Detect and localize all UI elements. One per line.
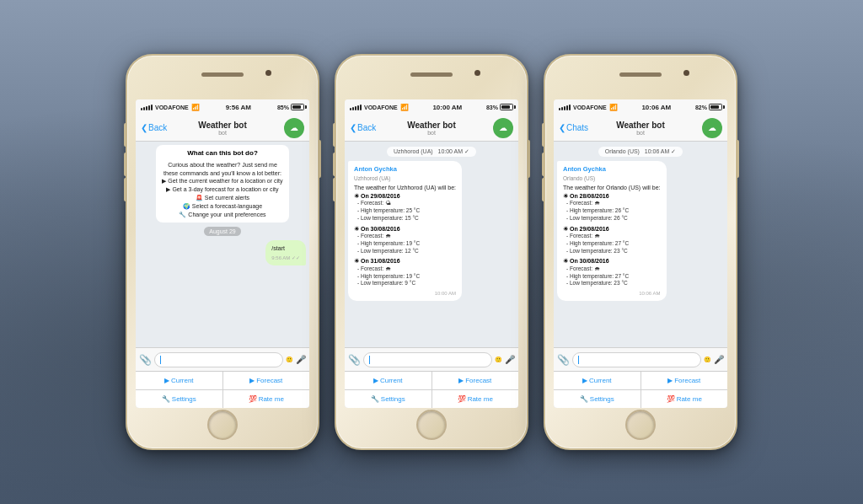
text-cursor-3	[578, 356, 579, 364]
phone-1-time: 9:56 AM	[226, 104, 251, 111]
day2-orlando: ☀ On 29/08/2016 - Forecast: 🌧 - High tem…	[563, 225, 661, 255]
phone-1-avatar[interactable]: ☁	[284, 118, 304, 138]
current-button-2[interactable]: ▶ Current	[345, 372, 432, 389]
phone-2-avatar[interactable]: ☁	[493, 118, 513, 138]
day1-orlando: ☀ On 28/08/2016 - Forecast: 🌧 - High tem…	[563, 192, 661, 223]
settings-icon-1: 🔧	[162, 395, 170, 403]
phone-1-home-button[interactable]	[207, 410, 238, 440]
sticker-icon-3[interactable]: 🙂	[704, 357, 711, 363]
text-cursor-2	[369, 356, 370, 364]
attach-icon-2[interactable]: 📎	[348, 354, 361, 366]
phone-1-input-field[interactable]	[154, 352, 283, 367]
avatar-icon-3: ☁	[708, 123, 716, 132]
phone-3-avatar[interactable]: ☁	[702, 118, 722, 138]
battery-pct-3: 82%	[695, 105, 707, 110]
phone-3-nav-bar: ❮ Chats Weather bot bot ☁	[554, 115, 727, 142]
forecast-intro-3: The weather for Orlando (US) will be:	[563, 184, 661, 192]
day1-forecast: - Forecast: 🌤	[354, 200, 456, 207]
day3-high-o: - High temperature: 27 °C	[563, 273, 661, 281]
day3-low-o: - Low temperature: 23 °C	[563, 280, 661, 287]
forecast-icon-1: ▶	[249, 377, 255, 384]
day3-title-o: ☀ On 30/08/2016	[563, 257, 661, 265]
day1-forecast-o: - Forecast: 🌧	[563, 200, 661, 207]
forecast-button-3[interactable]: ▶ Forecast	[641, 372, 728, 389]
forecast-label-2: Forecast	[465, 377, 491, 384]
day3-forecast-o: - Forecast: 🌧	[563, 265, 661, 273]
forecast-label-3: Forecast	[674, 377, 700, 384]
status-left-3: VODAFONE 📶	[559, 104, 618, 111]
phone-3-home-button[interactable]	[625, 410, 656, 440]
phone-2-home-button[interactable]	[416, 410, 447, 440]
sticker-icon-2[interactable]: 🙂	[495, 357, 502, 363]
current-label-3: Current	[589, 377, 612, 384]
phone-2-nav-title: Weather bot bot	[407, 121, 456, 136]
back-chevron-icon-3: ❮	[559, 123, 566, 132]
phone-2-subtitle: bot	[407, 130, 456, 136]
attach-icon[interactable]: 📎	[139, 354, 152, 366]
day2-forecast-o: - Forecast: 🌧	[563, 233, 661, 240]
status-left-2: VODAFONE 📶	[350, 104, 409, 111]
phone-1: VODAFONE 📶 9:56 AM 85% ❮ Back	[126, 54, 319, 450]
avatar-icon-2: ☁	[499, 123, 507, 132]
forecast-label-1: Forecast	[256, 377, 282, 384]
start-time: 9:56 AM ✓✓	[271, 255, 300, 261]
phone-2-title: Weather bot	[407, 121, 456, 130]
current-button-3[interactable]: ▶ Current	[554, 372, 641, 389]
battery-pct-2: 83%	[486, 105, 498, 110]
sender-name-2: Anton Gychka	[354, 165, 456, 174]
mic-icon-3[interactable]: 🎤	[714, 355, 724, 364]
settings-button-2[interactable]: 🔧 Settings	[345, 390, 432, 408]
phone-1-screen: VODAFONE 📶 9:56 AM 85% ❮ Back	[136, 99, 309, 408]
intro-title: What can this bot do?	[162, 149, 283, 158]
settings-button-3[interactable]: 🔧 Settings	[554, 390, 641, 408]
mic-icon[interactable]: 🎤	[296, 355, 306, 364]
day1-low: - Low temperature: 15 °C	[354, 215, 456, 223]
signal-icon-3	[559, 105, 571, 110]
forecast-button-2[interactable]: ▶ Forecast	[432, 372, 519, 389]
day3-title: ☀ On 31/08/2016	[354, 257, 456, 265]
phone-3-speaker	[619, 72, 662, 77]
sticker-icon[interactable]: 🙂	[286, 357, 293, 363]
day1-high-o: - High temperature: 26 °C	[563, 207, 661, 215]
forecast-button-1[interactable]: ▶ Forecast	[223, 372, 310, 389]
phone-1-camera	[265, 70, 271, 76]
phone-1-nav-title: Weather bot bot	[198, 121, 247, 136]
back-label: Back	[148, 123, 167, 132]
day2-low-o: - Low temperature: 23 °C	[563, 248, 661, 255]
phone-1-subtitle: bot	[198, 130, 247, 136]
day1-uzhhorod: ☀ On 29/08/2016 - Forecast: 🌤 - High tem…	[354, 192, 456, 223]
day2-uzhhorod: ☀ On 30/08/2016 - Forecast: 🌧 - High tem…	[354, 225, 456, 255]
signal-icon-2	[350, 105, 362, 110]
current-button-1[interactable]: ▶ Current	[136, 372, 222, 389]
phone-2-input-field[interactable]	[363, 352, 492, 367]
phone-3-nav-title: Weather bot bot	[616, 121, 665, 136]
phone-1-back-button[interactable]: ❮ Back	[141, 123, 167, 132]
rateme-label-1: Rate me	[259, 395, 284, 403]
start-command: /start	[271, 244, 300, 253]
phone-2-back-button[interactable]: ❮ Back	[350, 123, 376, 132]
rateme-icon-1: 💯	[249, 395, 257, 403]
mic-icon-2[interactable]: 🎤	[505, 355, 515, 364]
attach-icon-3[interactable]: 📎	[557, 354, 570, 366]
day3-low: - Low temperature: 9 °C	[354, 280, 456, 287]
day2-title-o: ☀ On 29/08/2016	[563, 225, 661, 233]
phone-3-time: 10:06 AM	[641, 104, 671, 111]
phone-2-chat: Uzhhorod (UA) 10:00 AM ✓ Anton Gychka Uz…	[345, 142, 518, 347]
rateme-icon-3: 💯	[667, 395, 675, 403]
phone-3-input-field[interactable]	[572, 352, 701, 367]
battery-pct: 85%	[277, 105, 289, 110]
current-label-1: Current	[171, 377, 194, 384]
phone-2-bot-buttons: ▶ Current ▶ Forecast 🔧 Settings 💯 Rate m…	[345, 371, 518, 408]
phone-3-chat: Orlando (US) 10:06 AM ✓ Anton Gychka Orl…	[554, 142, 727, 347]
day2-forecast: - Forecast: 🌧	[354, 233, 456, 240]
settings-label-1: Settings	[172, 395, 196, 403]
rateme-button-1[interactable]: 💯 Rate me	[223, 390, 310, 408]
rateme-button-2[interactable]: 💯 Rate me	[432, 390, 519, 408]
settings-button-1[interactable]: 🔧 Settings	[136, 390, 222, 408]
day2-low: - Low temperature: 12 °C	[354, 248, 456, 255]
intro-text: Curious about the weather? Just send me …	[162, 161, 283, 219]
day3-high: - High temperature: 19 °C	[354, 273, 456, 281]
rateme-button-3[interactable]: 💯 Rate me	[641, 390, 728, 408]
day1-low-o: - Low temperature: 26 °C	[563, 215, 661, 223]
phone-3-back-button[interactable]: ❮ Chats	[559, 123, 588, 132]
